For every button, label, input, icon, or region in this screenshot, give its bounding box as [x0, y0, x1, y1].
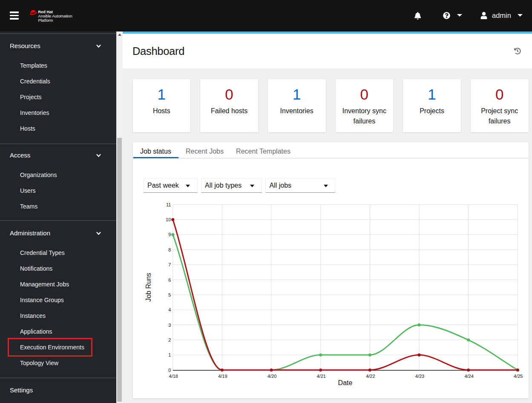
- svg-text:Platform: Platform: [38, 18, 53, 23]
